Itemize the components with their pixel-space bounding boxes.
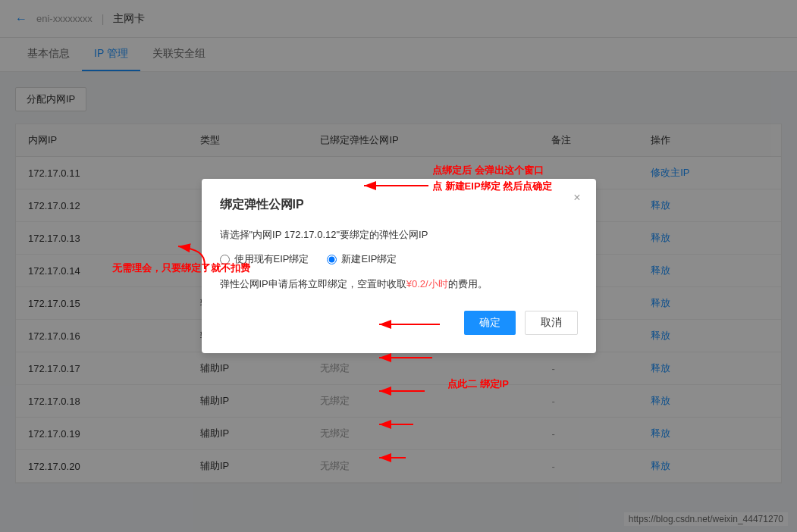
- radio-existing-label: 使用现有EIP绑定: [234, 252, 309, 266]
- cancel-button[interactable]: 取消: [525, 311, 578, 335]
- bind-eip-modal: 绑定弹性公网IP × 请选择"内网IP 172.17.0.12"要绑定的弹性公网…: [202, 179, 596, 353]
- radio-new-label: 新建EIP绑定: [341, 252, 397, 266]
- modal-description: 请选择"内网IP 172.17.0.12"要绑定的弹性公网IP: [220, 228, 578, 242]
- confirm-button[interactable]: 确定: [464, 311, 516, 335]
- modal-title: 绑定弹性公网IP: [220, 197, 578, 213]
- price-text: ¥0.2/小时: [406, 278, 448, 289]
- modal-close-button[interactable]: ×: [573, 191, 580, 205]
- modal-note: 弹性公网IP申请后将立即绑定，空置时收取¥0.2/小时的费用。: [220, 277, 578, 293]
- radio-create-new[interactable]: 新建EIP绑定: [327, 252, 397, 266]
- modal-footer: 确定 取消: [220, 311, 578, 335]
- radio-new-input[interactable]: [327, 255, 337, 264]
- radio-group: 使用现有EIP绑定 新建EIP绑定: [220, 252, 578, 266]
- modal-overlay: 绑定弹性公网IP × 请选择"内网IP 172.17.0.12"要绑定的弹性公网…: [0, 0, 797, 499]
- radio-use-existing[interactable]: 使用现有EIP绑定: [220, 252, 309, 266]
- radio-existing-input[interactable]: [220, 255, 230, 264]
